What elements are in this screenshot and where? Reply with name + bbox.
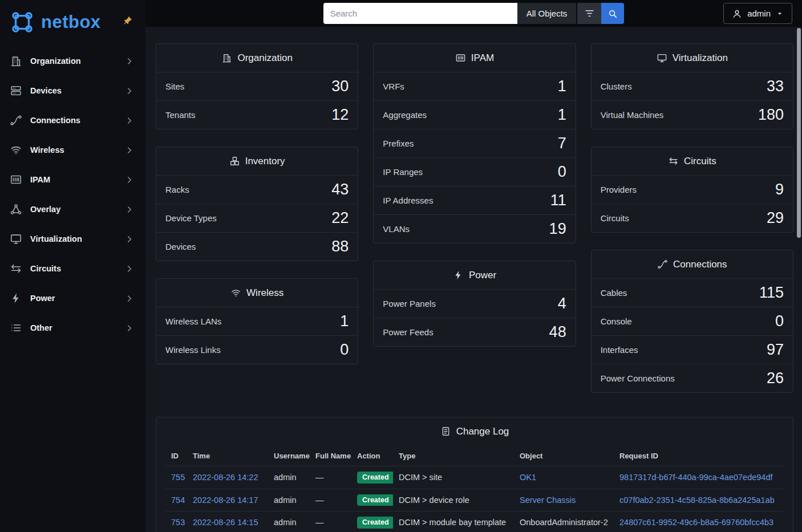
chevron-right-icon bbox=[124, 116, 134, 125]
stat-label: Prefixes bbox=[383, 139, 414, 148]
transfer-arrows-icon bbox=[668, 156, 679, 166]
card-organization: Organization Sites 30 Tenants 12 bbox=[156, 43, 358, 129]
stat-row-clusters[interactable]: Clusters 33 bbox=[592, 72, 793, 100]
changelog-object: OnboardAdministrator-2 bbox=[514, 511, 614, 532]
card-title: Organization bbox=[237, 52, 292, 64]
sidebar-item-organization[interactable]: Organization bbox=[0, 46, 145, 76]
stat-label: Wireless LANs bbox=[165, 316, 221, 326]
action-badge: Created bbox=[357, 517, 393, 529]
stat-row-power-feeds[interactable]: Power Feeds 48 bbox=[374, 318, 575, 346]
card-title: Virtualization bbox=[673, 52, 728, 64]
change-log-table: ID Time Username Full Name Action Type O… bbox=[165, 445, 784, 532]
chevron-right-icon bbox=[124, 294, 134, 303]
card-title: Inventory bbox=[245, 156, 285, 167]
stat-row-power-panels[interactable]: Power Panels 4 bbox=[374, 289, 575, 318]
stat-label: Clusters bbox=[601, 82, 632, 91]
stat-row-ip-addresses[interactable]: IP Addresses 11 bbox=[374, 186, 575, 214]
stat-row-wireless-links[interactable]: Wireless Links 0 bbox=[156, 335, 358, 364]
changelog-time-link[interactable]: 2022-08-26 14:22 bbox=[193, 473, 258, 482]
sidebar-item-wireless[interactable]: Wireless bbox=[0, 135, 145, 165]
changelog-object-link[interactable]: Server Chassis bbox=[520, 496, 576, 505]
netbox-logo[interactable]: netbox bbox=[0, 0, 145, 44]
card-title: Connections bbox=[673, 259, 727, 270]
brand-text: netbox bbox=[41, 12, 101, 33]
card-header: IPAM bbox=[374, 44, 575, 72]
lightning-bolt-icon bbox=[453, 270, 464, 281]
filter-button[interactable] bbox=[577, 3, 601, 24]
stat-row-prefixes[interactable]: Prefixes 7 bbox=[374, 129, 575, 157]
sidebar-item-overlay[interactable]: Overlay bbox=[0, 194, 145, 224]
card-inventory: Inventory Racks 43 Device Types 22 Devic… bbox=[156, 147, 358, 261]
stat-row-ip-ranges[interactable]: IP Ranges 0 bbox=[374, 157, 575, 186]
search-submit-button[interactable] bbox=[601, 3, 624, 24]
changelog-id-link[interactable]: 754 bbox=[171, 496, 185, 505]
chevron-right-icon bbox=[124, 145, 134, 155]
cable-icon bbox=[657, 259, 668, 270]
changelog-id-link[interactable]: 753 bbox=[171, 518, 185, 527]
column-header-username: Username bbox=[268, 445, 310, 466]
stat-label: Power Connections bbox=[601, 373, 675, 383]
stat-row-circuits[interactable]: Circuits 29 bbox=[592, 204, 793, 232]
sidebar-item-label: Overlay bbox=[30, 205, 60, 214]
stat-row-sites[interactable]: Sites 30 bbox=[156, 72, 358, 100]
sidebar-item-label: Virtualization bbox=[30, 234, 82, 243]
sidebar-item-circuits[interactable]: Circuits bbox=[0, 254, 145, 283]
stat-row-wireless-lans[interactable]: Wireless LANs 1 bbox=[156, 307, 358, 335]
pin-navigation-button[interactable] bbox=[121, 16, 133, 27]
scrollbar-thumb[interactable] bbox=[797, 28, 801, 238]
stat-row-virtual-machines[interactable]: Virtual Machines 180 bbox=[592, 100, 793, 129]
building-icon bbox=[10, 55, 22, 67]
stat-row-devices[interactable]: Devices 88 bbox=[156, 232, 358, 261]
action-badge: Created bbox=[357, 472, 393, 484]
stat-value: 0 bbox=[775, 314, 784, 329]
stat-value: 1 bbox=[340, 314, 349, 329]
stat-row-interfaces[interactable]: Interfaces 97 bbox=[592, 335, 793, 364]
changelog-time-link[interactable]: 2022-08-26 14:17 bbox=[193, 496, 258, 505]
card-header: Virtualization bbox=[592, 44, 793, 72]
stat-row-racks[interactable]: Racks 43 bbox=[156, 175, 358, 204]
sidebar-item-label: IPAM bbox=[30, 175, 50, 184]
chevron-right-icon bbox=[124, 86, 134, 96]
stat-label: Providers bbox=[601, 185, 637, 194]
pin-icon bbox=[122, 16, 132, 26]
card-virtualization: Virtualization Clusters 33 Virtual Machi… bbox=[591, 43, 793, 129]
building-icon bbox=[221, 52, 232, 63]
column-header-object: Object bbox=[514, 445, 614, 466]
sidebar-item-virtualization[interactable]: Virtualization bbox=[0, 224, 145, 254]
changelog-request-id-link[interactable]: c07f0ab2-2351-4c58-825a-8b6a2425a1ab bbox=[619, 496, 775, 505]
stat-label: Power Feeds bbox=[383, 327, 433, 337]
object-type-dropdown[interactable]: All Objects bbox=[517, 3, 577, 24]
sidebar-item-connections[interactable]: Connections bbox=[0, 105, 145, 135]
stat-label: VRFs bbox=[383, 82, 404, 91]
user-menu-button[interactable]: admin bbox=[723, 3, 792, 24]
sidebar-item-devices[interactable]: Devices bbox=[0, 76, 145, 105]
changelog-object-link[interactable]: OK1 bbox=[520, 473, 536, 482]
stat-row-console[interactable]: Console 0 bbox=[592, 307, 793, 335]
changelog-request-id-link[interactable]: 24807c61-9952-49c6-b8a5-69760bfcc4b3 bbox=[619, 518, 773, 527]
column-header-time: Time bbox=[187, 445, 268, 466]
changelog-time-link[interactable]: 2022-08-26 14:15 bbox=[193, 518, 258, 527]
sidebar-item-other[interactable]: Other bbox=[0, 313, 145, 343]
chevron-right-icon bbox=[124, 56, 134, 66]
sidebar-item-ipam[interactable]: IPAM bbox=[0, 165, 145, 194]
list-icon bbox=[10, 322, 22, 334]
changelog-type: DCIM > site bbox=[393, 466, 514, 489]
search-input[interactable] bbox=[323, 3, 517, 24]
stat-row-vlans[interactable]: VLANs 19 bbox=[374, 214, 575, 243]
stat-row-tenants[interactable]: Tenants 12 bbox=[156, 100, 358, 129]
stat-row-aggregates[interactable]: Aggregates 1 bbox=[374, 100, 575, 129]
stat-row-power-connections[interactable]: Power Connections 26 bbox=[592, 364, 793, 392]
card-title: Wireless bbox=[246, 287, 283, 299]
column-header-request-id: Request ID bbox=[614, 445, 784, 466]
changelog-id-link[interactable]: 755 bbox=[171, 473, 185, 482]
user-menu-label: admin bbox=[747, 9, 771, 18]
changelog-request-id-link[interactable]: 9817317d-b67f-440a-99ca-4ae07ede94df bbox=[619, 473, 772, 482]
stat-value: 33 bbox=[767, 79, 784, 94]
sidebar-item-power[interactable]: Power bbox=[0, 283, 145, 313]
stat-row-device-types[interactable]: Device Types 22 bbox=[156, 204, 358, 232]
stat-row-vrfs[interactable]: VRFs 1 bbox=[374, 72, 575, 100]
stat-row-cables[interactable]: Cables 115 bbox=[592, 278, 793, 307]
stat-label: Devices bbox=[165, 242, 196, 251]
cable-icon bbox=[10, 114, 22, 127]
stat-row-providers[interactable]: Providers 9 bbox=[592, 175, 793, 204]
